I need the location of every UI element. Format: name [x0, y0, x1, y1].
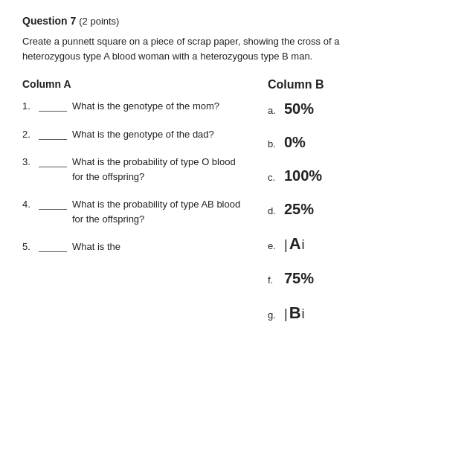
item-letter: f. [268, 274, 284, 286]
pipe-symbol: | [284, 306, 288, 322]
item-value: 75% [284, 270, 314, 287]
item-number: 3. [22, 155, 39, 167]
answer-blank-line [39, 251, 67, 252]
answer-blank-area[interactable] [39, 127, 72, 140]
superscript-a: A [289, 234, 301, 254]
answer-blank-area[interactable] [39, 197, 72, 210]
item-value: 50% [284, 100, 314, 118]
column-b-header: Column B [268, 78, 394, 91]
list-item: 4. What is the probability of type AB bl… [22, 197, 245, 226]
item-number: 1. [22, 99, 39, 112]
item-number: 2. [22, 127, 39, 140]
list-item: 3. What is the probability of type O blo… [22, 155, 245, 184]
genotype-ia-i: |A i [284, 234, 305, 254]
instructions: Create a punnett square on a piece of sc… [22, 34, 379, 63]
superscript-b: B [289, 303, 301, 323]
list-item: a. 50% [268, 100, 394, 118]
lower-i: i [302, 237, 305, 253]
lower-i: i [302, 306, 305, 322]
list-item: 2. What is the genotype of the dad? [22, 127, 245, 142]
item-number: 4. [22, 197, 39, 210]
question-number: Question 7 [22, 15, 76, 27]
list-item: c. 100% [268, 167, 394, 184]
item-value: 0% [284, 134, 306, 151]
answer-blank-area[interactable] [39, 99, 72, 112]
list-item: 5. What is the [22, 239, 245, 254]
answer-blank-area[interactable] [39, 239, 72, 252]
list-item: g. |B i [268, 303, 394, 323]
item-text: What is the genotype of the dad? [72, 127, 245, 142]
answer-blank-line [39, 139, 67, 140]
question-header: Question 7 (2 points) [22, 15, 454, 27]
item-letter: a. [268, 105, 284, 116]
item-letter: c. [268, 172, 284, 183]
genotype-ib-i: |B i [284, 303, 305, 323]
answer-blank-line [39, 167, 67, 167]
list-item: 1. What is the genotype of the mom? [22, 99, 245, 114]
item-letter: b. [268, 138, 284, 149]
item-letter: e. [268, 240, 284, 251]
answer-blank-area[interactable] [39, 155, 72, 167]
answer-blank-line [39, 111, 67, 112]
column-b: Column B a. 50% b. 0% c. 100% d. 25% e. … [245, 78, 394, 339]
list-item: b. 0% [268, 134, 394, 151]
column-a-header: Column A [22, 78, 245, 90]
item-letter: g. [268, 309, 284, 321]
column-a: Column A 1. What is the genotype of the … [22, 78, 245, 268]
item-text: What is the probability of type O blood … [72, 155, 245, 184]
item-number: 5. [22, 239, 39, 252]
item-text: What is the [72, 239, 245, 254]
question-points: (2 points) [79, 16, 119, 27]
item-letter: d. [268, 205, 284, 216]
answer-blank-line [39, 209, 67, 210]
list-item: f. 75% [268, 270, 394, 287]
item-value: 100% [284, 167, 322, 184]
pipe-symbol: | [284, 237, 288, 253]
item-value: 25% [284, 201, 314, 218]
item-text: What is the genotype of the mom? [72, 99, 245, 114]
list-item: e. |A i [268, 234, 394, 254]
list-item: d. 25% [268, 201, 394, 218]
item-text: What is the probability of type AB blood… [72, 197, 245, 226]
